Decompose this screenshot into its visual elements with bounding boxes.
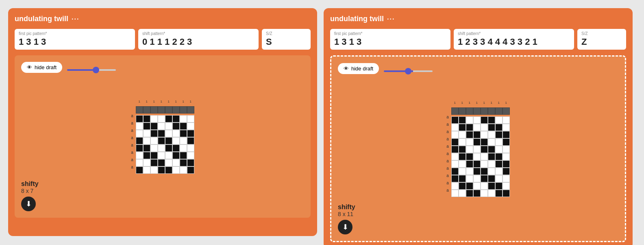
draft-cell[interactable] (495, 190, 503, 197)
draft-cell[interactable] (158, 130, 165, 137)
draft-cell[interactable] (187, 137, 194, 144)
draft-cell[interactable] (451, 182, 459, 190)
draft-cell[interactable] (503, 124, 510, 131)
draft-cell[interactable] (481, 160, 488, 168)
draft-cell[interactable] (172, 152, 180, 159)
draft-cell[interactable] (459, 168, 466, 175)
draft-cell[interactable] (165, 159, 172, 166)
draft-cell[interactable] (158, 166, 165, 174)
draft-cell[interactable] (165, 115, 172, 122)
draft-cell[interactable] (473, 116, 481, 124)
draft-cell[interactable] (187, 144, 194, 152)
draft-cell[interactable] (143, 144, 150, 152)
draft-cell[interactable] (158, 159, 165, 166)
draft-cell[interactable] (459, 153, 466, 160)
draft-cell[interactable] (503, 116, 510, 124)
draft-cell[interactable] (165, 152, 172, 159)
draft-cell[interactable] (172, 115, 180, 122)
draft-cell[interactable] (150, 152, 158, 159)
draft-cell[interactable] (473, 168, 481, 175)
draft-cell[interactable] (459, 190, 466, 197)
draft-cell[interactable] (459, 124, 466, 131)
draft-cell[interactable] (143, 159, 150, 166)
draft-cell[interactable] (488, 153, 495, 160)
draft-cell[interactable] (451, 138, 459, 146)
zoom-slider-1[interactable] (67, 69, 116, 71)
draft-cell[interactable] (466, 168, 473, 175)
draft-cell[interactable] (459, 131, 466, 138)
draft-cell[interactable] (459, 116, 466, 124)
draft-cell[interactable] (466, 116, 473, 124)
draft-cell[interactable] (481, 116, 488, 124)
draft-cell[interactable] (495, 153, 503, 160)
draft-cell[interactable] (150, 130, 158, 137)
draft-cell[interactable] (150, 159, 158, 166)
draft-cell[interactable] (481, 175, 488, 182)
draft-cell[interactable] (503, 182, 510, 190)
draft-cell[interactable] (180, 166, 187, 174)
draft-cell[interactable] (187, 166, 194, 174)
draft-cell[interactable] (459, 146, 466, 153)
hide-draft-button-2[interactable]: 👁 hide draft (338, 63, 379, 74)
draft-cell[interactable] (136, 130, 143, 137)
draft-cell[interactable] (488, 190, 495, 197)
draft-cell[interactable] (172, 137, 180, 144)
draft-cell[interactable] (143, 137, 150, 144)
draft-cell[interactable] (495, 182, 503, 190)
draft-cell[interactable] (143, 115, 150, 122)
draft-cell[interactable] (466, 182, 473, 190)
draft-cell[interactable] (158, 137, 165, 144)
draft-cell[interactable] (466, 190, 473, 197)
draft-cell[interactable] (180, 115, 187, 122)
draft-cell[interactable] (473, 124, 481, 131)
draft-cell[interactable] (451, 124, 459, 131)
draft-cell[interactable] (150, 115, 158, 122)
draft-cell[interactable] (488, 131, 495, 138)
draft-cell[interactable] (481, 124, 488, 131)
draft-cell[interactable] (481, 131, 488, 138)
draft-cell[interactable] (495, 168, 503, 175)
draft-cell[interactable] (481, 190, 488, 197)
draft-cell[interactable] (158, 122, 165, 130)
draft-cell[interactable] (143, 122, 150, 130)
draft-cell[interactable] (158, 144, 165, 152)
draft-cell[interactable] (451, 160, 459, 168)
draft-cell[interactable] (180, 137, 187, 144)
draft-cell[interactable] (143, 152, 150, 159)
draft-cell[interactable] (481, 168, 488, 175)
draft-cell[interactable] (488, 146, 495, 153)
draft-cell[interactable] (495, 116, 503, 124)
draft-cell[interactable] (503, 131, 510, 138)
draft-cell[interactable] (172, 144, 180, 152)
draft-cell[interactable] (451, 146, 459, 153)
draft-cell[interactable] (451, 116, 459, 124)
draft-cell[interactable] (180, 122, 187, 130)
draft-cell[interactable] (495, 131, 503, 138)
draft-cell[interactable] (503, 168, 510, 175)
draft-cell[interactable] (451, 131, 459, 138)
draft-cell[interactable] (459, 175, 466, 182)
draft-cell[interactable] (136, 122, 143, 130)
draft-cell[interactable] (136, 144, 143, 152)
draft-cell[interactable] (466, 175, 473, 182)
draft-cell[interactable] (481, 138, 488, 146)
draft-cell[interactable] (488, 160, 495, 168)
draft-cell[interactable] (172, 159, 180, 166)
draft-cell[interactable] (503, 160, 510, 168)
draft-cell[interactable] (187, 130, 194, 137)
draft-cell[interactable] (158, 115, 165, 122)
draft-cell[interactable] (495, 175, 503, 182)
draft-cell[interactable] (503, 146, 510, 153)
draft-cell[interactable] (481, 153, 488, 160)
draft-cell[interactable] (165, 166, 172, 174)
draft-cell[interactable] (187, 122, 194, 130)
draft-cell[interactable] (481, 182, 488, 190)
draft-cell[interactable] (473, 175, 481, 182)
draft-cell[interactable] (136, 166, 143, 174)
draft-cell[interactable] (459, 138, 466, 146)
draft-cell[interactable] (473, 131, 481, 138)
draft-cell[interactable] (165, 130, 172, 137)
draft-cell[interactable] (143, 130, 150, 137)
draft-cell[interactable] (172, 130, 180, 137)
draft-cell[interactable] (473, 182, 481, 190)
